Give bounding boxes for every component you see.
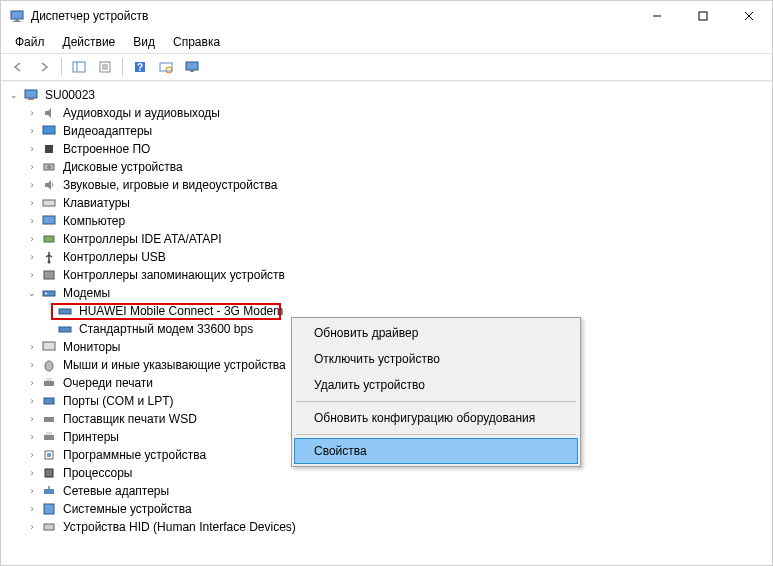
expander-icon[interactable]: › (25, 250, 39, 264)
expander-icon[interactable]: › (25, 340, 39, 354)
ctx-scan-hardware[interactable]: Обновить конфигурацию оборудования (294, 405, 578, 431)
svg-rect-29 (44, 271, 54, 279)
expander-icon[interactable]: › (25, 502, 39, 516)
tree-node-system[interactable]: › Системные устройства (3, 500, 770, 518)
tree-node-hid[interactable]: › Устройства HID (Human Interface Device… (3, 518, 770, 536)
tree-node-firmware[interactable]: › Встроенное ПО (3, 140, 770, 158)
menubar: Файл Действие Вид Справка (1, 31, 772, 53)
device-tree[interactable]: ⌄ SU00023 › Аудиовходы и аудиовыходы › В… (1, 81, 772, 563)
computer-icon (41, 213, 57, 229)
expander-icon[interactable]: › (25, 142, 39, 156)
expander-icon[interactable]: › (25, 160, 39, 174)
node-label: Видеоадаптеры (61, 124, 154, 138)
expander-icon[interactable]: › (25, 178, 39, 192)
svg-rect-39 (44, 417, 54, 422)
expander-icon[interactable]: ⌄ (7, 88, 21, 102)
expander-icon[interactable]: › (25, 106, 39, 120)
svg-rect-22 (45, 145, 53, 153)
computer-icon (23, 87, 39, 103)
menu-action[interactable]: Действие (55, 33, 124, 51)
network-icon (41, 483, 57, 499)
node-label: Очереди печати (61, 376, 155, 390)
expander-icon[interactable]: › (25, 196, 39, 210)
menu-help[interactable]: Справка (165, 33, 228, 51)
disk-icon (41, 159, 57, 175)
expander-icon[interactable]: › (25, 232, 39, 246)
tree-node-storage[interactable]: › Контроллеры запоминающих устройств (3, 266, 770, 284)
toolbar: ? (1, 53, 772, 81)
modem-icon (57, 321, 73, 337)
node-label: Мониторы (61, 340, 122, 354)
svg-point-31 (45, 293, 47, 295)
svg-point-24 (47, 165, 51, 169)
tree-node-usb[interactable]: › Контроллеры USB (3, 248, 770, 266)
tree-node-net[interactable]: › Сетевые адаптеры (3, 482, 770, 500)
svg-rect-7 (73, 62, 85, 72)
expander-icon[interactable]: › (25, 412, 39, 426)
maximize-button[interactable] (680, 1, 726, 31)
node-label: Встроенное ПО (61, 142, 152, 156)
tree-node-keyboard[interactable]: › Клавиатуры (3, 194, 770, 212)
svg-rect-48 (44, 524, 54, 530)
tree-node-video[interactable]: › Видеоадаптеры (3, 122, 770, 140)
help-button[interactable]: ? (129, 56, 151, 78)
monitor-button[interactable] (181, 56, 203, 78)
expander-icon[interactable]: › (25, 466, 39, 480)
svg-rect-17 (186, 62, 198, 70)
node-label: Контроллеры запоминающих устройств (61, 268, 287, 282)
svg-rect-36 (44, 381, 54, 386)
controller-icon (41, 231, 57, 247)
expander-icon[interactable]: › (25, 268, 39, 282)
modem-icon (57, 303, 73, 319)
tree-node-modems[interactable]: ⌄ Модемы (3, 284, 770, 302)
expander-icon[interactable]: › (25, 448, 39, 462)
tree-node-ide[interactable]: › Контроллеры IDE ATA/ATAPI (3, 230, 770, 248)
node-label: Контроллеры USB (61, 250, 168, 264)
tree-node-audio[interactable]: › Аудиовходы и аудиовыходы (3, 104, 770, 122)
node-label: HUAWEI Mobile Connect - 3G Modem (77, 304, 285, 318)
ctx-update-driver[interactable]: Обновить драйвер (294, 320, 578, 346)
svg-rect-33 (59, 327, 71, 332)
expander-icon[interactable]: › (25, 394, 39, 408)
display-icon (41, 123, 57, 139)
minimize-button[interactable] (634, 1, 680, 31)
ctx-remove-device[interactable]: Удалить устройство (294, 372, 578, 398)
printer-icon (41, 411, 57, 427)
chip-icon (41, 141, 57, 157)
expander-icon[interactable]: › (25, 124, 39, 138)
scan-hardware-button[interactable] (155, 56, 177, 78)
window-title: Диспетчер устройств (31, 9, 634, 23)
menu-file[interactable]: Файл (7, 33, 53, 51)
tree-node-disk[interactable]: › Дисковые устройства (3, 158, 770, 176)
menu-view[interactable]: Вид (125, 33, 163, 51)
svg-rect-34 (43, 342, 55, 350)
modem-icon (41, 285, 57, 301)
properties-button[interactable] (94, 56, 116, 78)
storage-icon (41, 267, 57, 283)
svg-rect-32 (59, 309, 71, 314)
tree-node-sound[interactable]: › Звуковые, игровые и видеоустройства (3, 176, 770, 194)
expander-icon[interactable]: ⌄ (25, 286, 39, 300)
svg-rect-20 (28, 98, 34, 100)
forward-button[interactable] (33, 56, 55, 78)
ctx-properties[interactable]: Свойства (294, 438, 578, 464)
svg-rect-27 (44, 236, 54, 242)
svg-point-35 (45, 361, 53, 371)
expander-icon[interactable]: › (25, 358, 39, 372)
printer-icon (41, 429, 57, 445)
tree-node-computer[interactable]: › Компьютер (3, 212, 770, 230)
expander-icon[interactable]: › (25, 520, 39, 534)
expander-icon[interactable]: › (25, 430, 39, 444)
tree-root[interactable]: ⌄ SU00023 (3, 86, 770, 104)
back-button[interactable] (7, 56, 29, 78)
node-label: Стандартный модем 33600 bps (77, 322, 255, 336)
close-button[interactable] (726, 1, 772, 31)
node-label: Модемы (61, 286, 112, 300)
show-hide-tree-button[interactable] (68, 56, 90, 78)
expander-icon[interactable]: › (25, 484, 39, 498)
app-icon (9, 8, 25, 24)
keyboard-icon (41, 195, 57, 211)
expander-icon[interactable]: › (25, 376, 39, 390)
ctx-disable-device[interactable]: Отключить устройство (294, 346, 578, 372)
expander-icon[interactable]: › (25, 214, 39, 228)
